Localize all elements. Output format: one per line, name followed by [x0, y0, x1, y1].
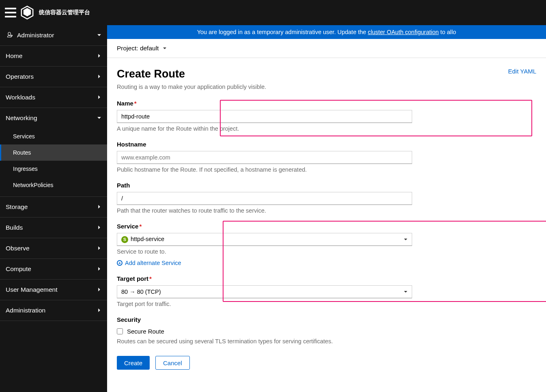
chevron-down-icon [97, 32, 101, 39]
nav-item-home[interactable]: Home [0, 46, 107, 67]
chevron-right-icon [97, 52, 101, 60]
path-label: Path [117, 182, 536, 189]
secure-route-label[interactable]: Secure Route [127, 328, 164, 335]
svg-marker-1 [24, 8, 31, 17]
cancel-button[interactable]: Cancel [155, 356, 190, 370]
nav-child-services[interactable]: Services [0, 128, 107, 144]
notice-prefix: You are logged in as a temporary adminis… [197, 29, 368, 35]
project-value: default [140, 45, 159, 52]
target-port-label: Target port* [117, 275, 536, 282]
service-label: Service* [117, 223, 536, 230]
form-group-path: Path Path that the router watches to rou… [117, 182, 536, 214]
service-help: Service to route to. [117, 248, 536, 255]
sidebar: Administrator HomeOperatorsWorkloadsNetw… [0, 25, 107, 392]
logo-text: 统信容器云管理平台 [39, 9, 90, 16]
chevron-right-icon [97, 245, 101, 252]
edit-yaml-link[interactable]: Edit YAML [508, 68, 536, 75]
service-select[interactable]: Shttpd-service [117, 233, 412, 246]
create-button[interactable]: Create [117, 356, 150, 370]
name-label: Name* [117, 100, 536, 107]
perspective-switcher[interactable]: Administrator [0, 25, 107, 46]
chevron-right-icon [97, 265, 101, 273]
hostname-input[interactable] [117, 151, 412, 164]
notice-banner: You are logged in as a temporary adminis… [107, 25, 546, 39]
path-input[interactable] [117, 192, 412, 205]
form-group-name: Name* A unique name for the Route within… [117, 100, 536, 132]
secure-route-checkbox[interactable] [117, 328, 123, 334]
plus-circle-icon: + [117, 260, 123, 266]
form-group-hostname: Hostname Public hostname for the Route. … [117, 141, 536, 173]
nav-item-builds[interactable]: Builds [0, 218, 107, 238]
chevron-right-icon [97, 203, 101, 211]
form-group-security: Security Secure Route Routes can be secu… [117, 316, 536, 345]
page-title: Create Route [117, 68, 185, 80]
notice-link[interactable]: cluster OAuth configuration [368, 29, 439, 35]
name-input[interactable] [117, 110, 412, 123]
target-port-select[interactable]: 80 → 80 (TCP) [117, 285, 412, 298]
target-port-help: Target port for traffic. [117, 301, 536, 307]
nav-child-ingresses[interactable]: Ingresses [0, 161, 107, 177]
nav-item-observe[interactable]: Observe [0, 238, 107, 259]
service-value: httpd-service [131, 236, 164, 242]
chevron-right-icon [97, 73, 101, 80]
chevron-down-icon [404, 289, 408, 295]
chevron-right-icon [97, 94, 101, 101]
project-label: Project: [117, 45, 138, 52]
nav-item-workloads[interactable]: Workloads [0, 87, 107, 108]
project-selector[interactable]: Project: default [107, 39, 546, 58]
nav-item-compute[interactable]: Compute [0, 259, 107, 280]
chevron-down-icon [97, 114, 101, 122]
main-content: You are logged in as a temporary adminis… [107, 25, 546, 392]
notice-suffix: to allo [439, 29, 456, 35]
chevron-down-icon [163, 45, 167, 52]
page-description: Routing is a way to make your applicatio… [117, 84, 536, 90]
nav-item-operators[interactable]: Operators [0, 67, 107, 87]
form-group-service: Service* Shttpd-service Service to route… [117, 223, 536, 255]
hostname-label: Hostname [117, 141, 536, 148]
logo-icon [20, 6, 34, 19]
chevron-right-icon [97, 307, 101, 314]
security-help: Routes can be secured using several TLS … [117, 338, 536, 345]
hamburger-menu[interactable] [5, 8, 16, 17]
nav-item-networking[interactable]: Networking [0, 108, 107, 128]
chevron-down-icon [404, 236, 408, 243]
path-help: Path that the router watches to route tr… [117, 207, 536, 214]
nav-child-routes[interactable]: Routes [0, 144, 107, 161]
nav-item-user-management[interactable]: User Management [0, 280, 107, 300]
nav-child-networkpolicies[interactable]: NetworkPolicies [0, 177, 107, 193]
perspective-label: Administrator [17, 32, 54, 39]
form-group-target-port: Target port* 80 → 80 (TCP) Target port f… [117, 275, 536, 307]
topbar: 统信容器云管理平台 [0, 0, 546, 25]
add-alternate-service[interactable]: + Add alternate Service [117, 260, 536, 266]
nav-item-administration[interactable]: Administration [0, 300, 107, 321]
nav-item-storage[interactable]: Storage [0, 197, 107, 218]
hostname-help: Public hostname for the Route. If not sp… [117, 166, 536, 173]
chevron-right-icon [97, 286, 101, 293]
security-label: Security [117, 316, 536, 323]
service-badge: S [121, 236, 128, 243]
chevron-right-icon [97, 224, 101, 231]
name-help: A unique name for the Route within the p… [117, 125, 536, 132]
target-port-value: 80 → 80 (TCP) [121, 289, 161, 295]
add-alt-label: Add alternate Service [125, 260, 181, 266]
